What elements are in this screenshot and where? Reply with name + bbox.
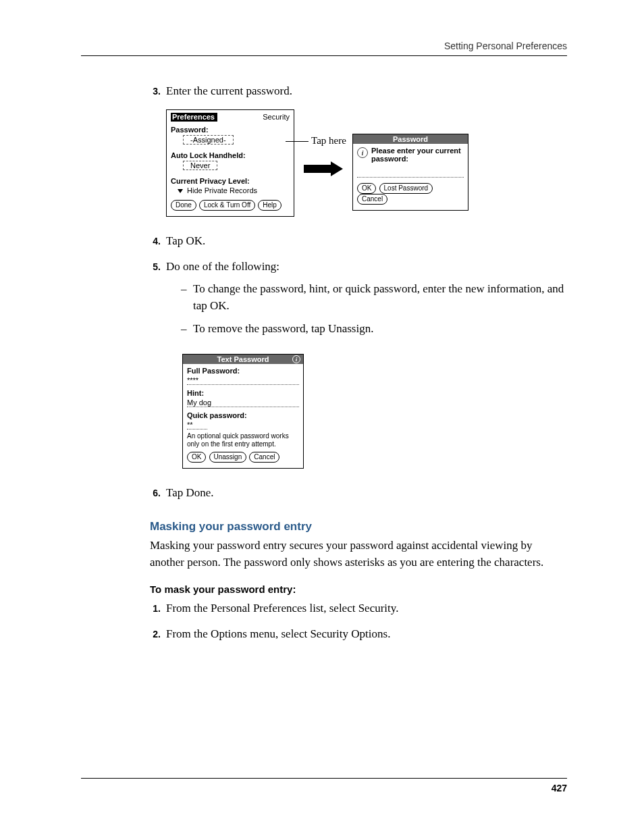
help-button[interactable]: Help bbox=[258, 200, 281, 211]
prefs-title: Preferences bbox=[171, 113, 217, 122]
password-dialog-title: Password bbox=[353, 134, 468, 144]
lost-password-button[interactable]: Lost Password bbox=[379, 183, 433, 194]
prefs-category[interactable]: Security bbox=[263, 113, 290, 121]
page-number: 427 bbox=[81, 778, 567, 793]
step-5: 5. Do one of the following: – To change … bbox=[150, 259, 567, 344]
figure-text-password: Text Password i Full Password: **** Hint… bbox=[182, 354, 567, 469]
step-text: Enter the current password. bbox=[166, 83, 567, 100]
step-text: From the Options menu, select Security O… bbox=[166, 626, 567, 643]
done-button[interactable]: Done bbox=[171, 200, 196, 211]
privacy-label: Current Privacy Level: bbox=[171, 177, 290, 185]
hint-field[interactable]: My dog bbox=[187, 398, 299, 407]
section-heading: Masking your password entry bbox=[150, 520, 567, 533]
task-heading: To mask your password entry: bbox=[150, 583, 567, 595]
task-step-2: 2. From the Options menu, select Securit… bbox=[150, 626, 567, 643]
arrow-right-icon bbox=[304, 161, 343, 176]
cancel-button[interactable]: Cancel bbox=[249, 452, 279, 463]
step-text: From the Personal Preferences list, sele… bbox=[166, 600, 567, 617]
info-icon[interactable]: i bbox=[292, 355, 300, 363]
privacy-value[interactable]: Hide Private Records bbox=[187, 186, 257, 194]
substep-b: To remove the password, tap Unassign. bbox=[193, 321, 567, 338]
unassign-button[interactable]: Unassign bbox=[209, 452, 247, 463]
step-3: 3. Enter the current password. bbox=[150, 83, 567, 100]
password-input-line[interactable] bbox=[357, 170, 464, 178]
step-6: 6. Tap Done. bbox=[150, 485, 567, 502]
step-number: 2. bbox=[150, 626, 166, 643]
running-head: Setting Personal Preferences bbox=[81, 41, 567, 56]
quick-password-note: An optional quick password works only on… bbox=[187, 432, 299, 448]
step-number: 4. bbox=[150, 233, 166, 250]
password-prompt: Please enter your current password: bbox=[371, 147, 464, 163]
substep-a: To change the password, hint, or quick p… bbox=[193, 281, 567, 314]
autolock-value[interactable]: Never bbox=[183, 161, 217, 170]
ok-button[interactable]: OK bbox=[187, 452, 206, 463]
step-text: Tap Done. bbox=[166, 485, 567, 502]
info-icon: i bbox=[357, 147, 368, 158]
step-number: 1. bbox=[150, 600, 166, 617]
bullet-dash: – bbox=[181, 281, 193, 314]
quick-password-label: Quick password: bbox=[187, 411, 299, 419]
full-password-field[interactable]: **** bbox=[187, 375, 299, 385]
full-password-label: Full Password: bbox=[187, 367, 299, 375]
text-password-dialog: Text Password i Full Password: **** Hint… bbox=[182, 354, 304, 469]
step-4: 4. Tap OK. bbox=[150, 233, 567, 250]
hint-label: Hint: bbox=[187, 389, 299, 397]
password-value[interactable]: -Assigned- bbox=[183, 135, 234, 145]
text-password-title: Text Password bbox=[217, 355, 269, 363]
preferences-panel: Preferences Security Password: -Assigned… bbox=[166, 109, 294, 217]
quick-password-field[interactable]: ** bbox=[187, 420, 207, 429]
step-number: 5. bbox=[150, 259, 166, 344]
step-text: Tap OK. bbox=[166, 233, 567, 250]
tap-here-callout: Tap here bbox=[311, 135, 346, 147]
step-number: 6. bbox=[150, 485, 166, 502]
autolock-label: Auto Lock Handheld: bbox=[171, 151, 290, 159]
section-paragraph: Masking your password entry secures your… bbox=[150, 538, 567, 571]
lock-turnoff-button[interactable]: Lock & Turn Off bbox=[199, 200, 255, 211]
step-number: 3. bbox=[150, 83, 166, 100]
cancel-button[interactable]: Cancel bbox=[357, 194, 387, 205]
ok-button[interactable]: OK bbox=[357, 183, 376, 194]
bullet-dash: – bbox=[181, 321, 193, 338]
password-dialog: Password i Please enter your current pas… bbox=[352, 134, 468, 211]
password-label: Password: bbox=[171, 126, 290, 134]
task-step-1: 1. From the Personal Preferences list, s… bbox=[150, 600, 567, 617]
figure-preferences-password: Preferences Security Password: -Assigned… bbox=[166, 109, 567, 217]
step-text: Do one of the following: bbox=[166, 259, 567, 276]
chevron-down-icon[interactable] bbox=[178, 189, 183, 193]
